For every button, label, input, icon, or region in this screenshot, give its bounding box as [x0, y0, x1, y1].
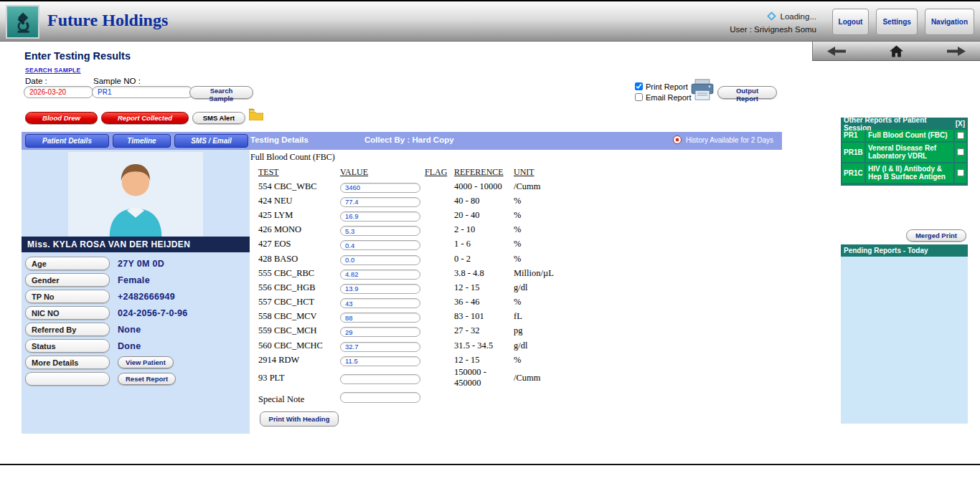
test-unit: Million/µL: [514, 268, 585, 279]
test-unit: /Cumm: [514, 373, 585, 383]
test-row: 559 CBC_MCH 27 - 32 pg: [258, 324, 660, 338]
test-unit: %: [514, 355, 585, 366]
patient-field-value: Female: [118, 275, 150, 285]
email-report-option: Email Report: [635, 92, 692, 103]
email-report-checkbox[interactable]: [635, 93, 643, 101]
test-value-input[interactable]: [340, 327, 420, 337]
test-value-input[interactable]: [340, 284, 420, 294]
patient-field-label: Age: [25, 257, 110, 270]
test-value-input[interactable]: [340, 374, 420, 384]
test-name: 93 PLT: [258, 373, 340, 383]
reset-report-button[interactable]: Reset Report: [118, 373, 176, 385]
browser-nav-strip: [812, 42, 980, 61]
test-value-input[interactable]: [340, 240, 420, 250]
test-name: 425 LYM: [258, 210, 340, 221]
merged-print-button[interactable]: Merged Print: [906, 229, 966, 242]
forward-arrow-icon[interactable]: [947, 47, 966, 56]
col-test: TEST: [258, 167, 279, 178]
patient-detail-row: NIC NO 024-2056-7-0-96: [25, 305, 250, 321]
test-name: 426 MONO: [258, 224, 340, 235]
print-report-checkbox[interactable]: [635, 82, 643, 90]
report-checkbox[interactable]: [957, 148, 964, 156]
search-sample-link[interactable]: SEARCH SAMPLE: [25, 67, 81, 74]
navigation-button[interactable]: Navigation: [925, 9, 974, 35]
special-note-input[interactable]: [340, 392, 420, 403]
test-reference: 31.5 - 34.5: [454, 340, 514, 351]
report-name: HIV (I & II) Antibody & Hep B Surface An…: [866, 163, 955, 183]
blood-drew-button[interactable]: Blood Drew: [25, 112, 98, 124]
test-name: 2914 RDW: [258, 355, 340, 366]
date-input[interactable]: [24, 86, 93, 98]
test-value-input[interactable]: [340, 356, 420, 366]
loading-text: Loading...: [780, 12, 816, 21]
print-with-heading-button[interactable]: Print With Heading: [260, 411, 339, 427]
printer-icon[interactable]: [690, 79, 715, 103]
tab-timeline[interactable]: Timeline: [113, 134, 171, 148]
patient-panel: Miss. KYLA ROSA VAN DER HEIJDEN Age 27Y …: [22, 150, 250, 434]
test-row: 425 LYM 20 - 40 %: [258, 208, 660, 222]
empty-field-label: [25, 372, 110, 386]
test-value-input[interactable]: [340, 211, 420, 221]
report-name: Veneral Disease Ref Laboratory VDRL: [866, 143, 955, 162]
patient-avatar: [68, 152, 203, 237]
test-reference: 4000 - 10000: [454, 181, 514, 192]
more-details-label: More Details: [25, 356, 110, 369]
home-icon[interactable]: [890, 45, 903, 57]
top-header: Future Holdings Loading... User : Srivig…: [0, 0, 980, 42]
logout-button[interactable]: Logout: [832, 9, 870, 35]
tab-sms-email[interactable]: SMS / Email: [174, 134, 248, 148]
test-row: 554 CBC_WBC 4000 - 10000 /Cumm: [258, 179, 660, 194]
patient-name: Miss. KYLA ROSA VAN DER HEIJDEN: [22, 237, 250, 252]
test-reference: 36 - 46: [454, 297, 514, 308]
user-label: User : Srivignesh Somu: [730, 25, 816, 34]
yellow-envelope-icon[interactable]: [249, 108, 263, 123]
test-name: 558 CBC_MCV: [258, 311, 340, 322]
test-row: 555 CBC_RBC 3.8 - 4.8 Million/µL: [258, 266, 660, 280]
test-table-header: TEST VALUE FLAG REFERENCE UNIT: [258, 166, 660, 179]
history-note: History Available for 2 Days: [673, 135, 773, 144]
test-name: 428 BASO: [258, 254, 340, 265]
test-value-input[interactable]: [340, 183, 420, 193]
patient-detail-row: Reset Report: [25, 371, 250, 387]
close-icon[interactable]: [X]: [956, 120, 965, 128]
test-row: 427 EOS 1 - 6 %: [258, 237, 660, 252]
search-sample-button[interactable]: Search Sample: [189, 86, 253, 99]
patient-detail-row: Age 27Y 0M 0D: [25, 255, 250, 272]
test-reference: 12 - 15: [454, 282, 514, 293]
report-checkbox[interactable]: [957, 169, 964, 176]
sample-no-input[interactable]: [92, 86, 193, 98]
patient-field-label: Referred By: [25, 323, 110, 336]
test-unit: %: [514, 297, 585, 308]
test-table: TEST VALUE FLAG REFERENCE UNIT 554 CBC_W…: [258, 166, 660, 382]
other-reports-panel: Other Reports of Patient Session [X] PR1…: [841, 118, 968, 426]
test-reference: 40 - 80: [454, 196, 514, 206]
test-name: 555 CBC_RBC: [258, 268, 340, 279]
date-label: Date :: [25, 77, 47, 85]
report-collected-button[interactable]: Report Collected: [101, 112, 189, 124]
test-value-input[interactable]: [340, 342, 420, 352]
test-reference: 150000 - 450000: [454, 367, 514, 389]
test-reference: 3.8 - 4.8: [454, 268, 514, 279]
report-checkbox[interactable]: [957, 132, 964, 139]
test-value-input[interactable]: [340, 226, 420, 236]
tab-patient-details[interactable]: Patient Details: [25, 134, 109, 148]
test-unit: pg: [514, 325, 585, 336]
test-value-input[interactable]: [340, 197, 420, 207]
sample-no-label: Sample NO :: [93, 77, 141, 85]
test-value-input[interactable]: [340, 255, 420, 265]
test-unit: /Cumm: [514, 181, 585, 192]
red-target-icon: [673, 135, 682, 144]
output-report-button[interactable]: Output Report: [717, 86, 777, 99]
report-code: PR1: [842, 130, 866, 141]
sms-alert-button[interactable]: SMS Alert: [192, 112, 245, 124]
view-patient-button[interactable]: View Patient: [118, 356, 174, 368]
patient-detail-rows: Age 27Y 0M 0D Gender Female TP No +24826…: [22, 252, 250, 387]
settings-button[interactable]: Settings: [876, 9, 917, 35]
test-value-input[interactable]: [340, 298, 420, 308]
report-code: PR1B: [842, 143, 866, 162]
back-arrow-icon[interactable]: [827, 47, 846, 56]
test-value-input[interactable]: [340, 313, 420, 323]
patient-detail-row: TP No +2482666949: [25, 288, 250, 305]
test-value-input[interactable]: [340, 270, 420, 280]
patient-field-label: Status: [25, 339, 110, 353]
